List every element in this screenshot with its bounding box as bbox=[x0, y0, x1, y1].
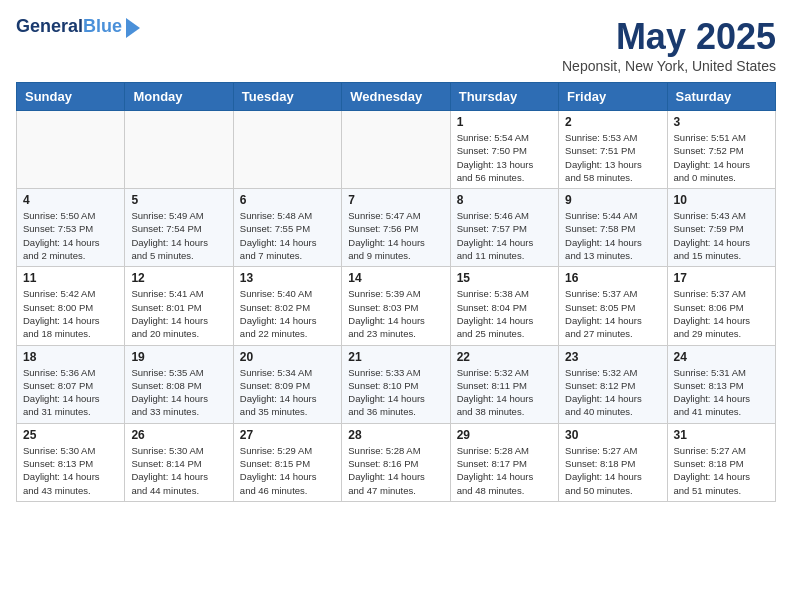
weekday-header-thursday: Thursday bbox=[450, 83, 558, 111]
calendar-table: SundayMondayTuesdayWednesdayThursdayFrid… bbox=[16, 82, 776, 502]
calendar-cell: 20Sunrise: 5:34 AM Sunset: 8:09 PM Dayli… bbox=[233, 345, 341, 423]
calendar-cell: 8Sunrise: 5:46 AM Sunset: 7:57 PM Daylig… bbox=[450, 189, 558, 267]
calendar-cell: 14Sunrise: 5:39 AM Sunset: 8:03 PM Dayli… bbox=[342, 267, 450, 345]
weekday-header-tuesday: Tuesday bbox=[233, 83, 341, 111]
day-number: 6 bbox=[240, 193, 335, 207]
calendar-cell: 27Sunrise: 5:29 AM Sunset: 8:15 PM Dayli… bbox=[233, 423, 341, 501]
weekday-header-wednesday: Wednesday bbox=[342, 83, 450, 111]
calendar-cell: 7Sunrise: 5:47 AM Sunset: 7:56 PM Daylig… bbox=[342, 189, 450, 267]
week-row-5: 25Sunrise: 5:30 AM Sunset: 8:13 PM Dayli… bbox=[17, 423, 776, 501]
day-number: 13 bbox=[240, 271, 335, 285]
day-number: 11 bbox=[23, 271, 118, 285]
week-row-1: 1Sunrise: 5:54 AM Sunset: 7:50 PM Daylig… bbox=[17, 111, 776, 189]
weekday-header-sunday: Sunday bbox=[17, 83, 125, 111]
day-info: Sunrise: 5:39 AM Sunset: 8:03 PM Dayligh… bbox=[348, 287, 443, 340]
calendar-cell bbox=[342, 111, 450, 189]
day-number: 12 bbox=[131, 271, 226, 285]
day-info: Sunrise: 5:29 AM Sunset: 8:15 PM Dayligh… bbox=[240, 444, 335, 497]
week-row-4: 18Sunrise: 5:36 AM Sunset: 8:07 PM Dayli… bbox=[17, 345, 776, 423]
calendar-cell: 4Sunrise: 5:50 AM Sunset: 7:53 PM Daylig… bbox=[17, 189, 125, 267]
day-info: Sunrise: 5:48 AM Sunset: 7:55 PM Dayligh… bbox=[240, 209, 335, 262]
day-info: Sunrise: 5:44 AM Sunset: 7:58 PM Dayligh… bbox=[565, 209, 660, 262]
day-number: 9 bbox=[565, 193, 660, 207]
logo-text: GeneralBlue bbox=[16, 17, 122, 37]
calendar-cell: 25Sunrise: 5:30 AM Sunset: 8:13 PM Dayli… bbox=[17, 423, 125, 501]
day-info: Sunrise: 5:33 AM Sunset: 8:10 PM Dayligh… bbox=[348, 366, 443, 419]
day-info: Sunrise: 5:42 AM Sunset: 8:00 PM Dayligh… bbox=[23, 287, 118, 340]
calendar-cell: 12Sunrise: 5:41 AM Sunset: 8:01 PM Dayli… bbox=[125, 267, 233, 345]
calendar-cell: 21Sunrise: 5:33 AM Sunset: 8:10 PM Dayli… bbox=[342, 345, 450, 423]
day-info: Sunrise: 5:28 AM Sunset: 8:17 PM Dayligh… bbox=[457, 444, 552, 497]
calendar-cell: 15Sunrise: 5:38 AM Sunset: 8:04 PM Dayli… bbox=[450, 267, 558, 345]
day-info: Sunrise: 5:37 AM Sunset: 8:05 PM Dayligh… bbox=[565, 287, 660, 340]
day-info: Sunrise: 5:40 AM Sunset: 8:02 PM Dayligh… bbox=[240, 287, 335, 340]
day-number: 31 bbox=[674, 428, 769, 442]
calendar-cell: 26Sunrise: 5:30 AM Sunset: 8:14 PM Dayli… bbox=[125, 423, 233, 501]
day-number: 23 bbox=[565, 350, 660, 364]
day-number: 26 bbox=[131, 428, 226, 442]
calendar-cell: 23Sunrise: 5:32 AM Sunset: 8:12 PM Dayli… bbox=[559, 345, 667, 423]
day-number: 28 bbox=[348, 428, 443, 442]
calendar-cell: 17Sunrise: 5:37 AM Sunset: 8:06 PM Dayli… bbox=[667, 267, 775, 345]
calendar-cell: 9Sunrise: 5:44 AM Sunset: 7:58 PM Daylig… bbox=[559, 189, 667, 267]
day-number: 27 bbox=[240, 428, 335, 442]
day-number: 19 bbox=[131, 350, 226, 364]
logo: GeneralBlue bbox=[16, 16, 140, 38]
month-title: May 2025 bbox=[562, 16, 776, 58]
calendar-cell: 29Sunrise: 5:28 AM Sunset: 8:17 PM Dayli… bbox=[450, 423, 558, 501]
day-number: 25 bbox=[23, 428, 118, 442]
day-number: 4 bbox=[23, 193, 118, 207]
calendar-cell: 11Sunrise: 5:42 AM Sunset: 8:00 PM Dayli… bbox=[17, 267, 125, 345]
calendar-cell: 1Sunrise: 5:54 AM Sunset: 7:50 PM Daylig… bbox=[450, 111, 558, 189]
day-info: Sunrise: 5:35 AM Sunset: 8:08 PM Dayligh… bbox=[131, 366, 226, 419]
calendar-cell bbox=[233, 111, 341, 189]
calendar-cell: 2Sunrise: 5:53 AM Sunset: 7:51 PM Daylig… bbox=[559, 111, 667, 189]
day-number: 30 bbox=[565, 428, 660, 442]
day-info: Sunrise: 5:43 AM Sunset: 7:59 PM Dayligh… bbox=[674, 209, 769, 262]
calendar-cell: 18Sunrise: 5:36 AM Sunset: 8:07 PM Dayli… bbox=[17, 345, 125, 423]
day-info: Sunrise: 5:30 AM Sunset: 8:14 PM Dayligh… bbox=[131, 444, 226, 497]
day-info: Sunrise: 5:47 AM Sunset: 7:56 PM Dayligh… bbox=[348, 209, 443, 262]
calendar-cell bbox=[17, 111, 125, 189]
day-number: 3 bbox=[674, 115, 769, 129]
day-info: Sunrise: 5:34 AM Sunset: 8:09 PM Dayligh… bbox=[240, 366, 335, 419]
day-info: Sunrise: 5:54 AM Sunset: 7:50 PM Dayligh… bbox=[457, 131, 552, 184]
day-info: Sunrise: 5:27 AM Sunset: 8:18 PM Dayligh… bbox=[674, 444, 769, 497]
weekday-header-row: SundayMondayTuesdayWednesdayThursdayFrid… bbox=[17, 83, 776, 111]
calendar-cell: 13Sunrise: 5:40 AM Sunset: 8:02 PM Dayli… bbox=[233, 267, 341, 345]
day-info: Sunrise: 5:46 AM Sunset: 7:57 PM Dayligh… bbox=[457, 209, 552, 262]
day-info: Sunrise: 5:32 AM Sunset: 8:12 PM Dayligh… bbox=[565, 366, 660, 419]
title-block: May 2025 Neponsit, New York, United Stat… bbox=[562, 16, 776, 74]
weekday-header-saturday: Saturday bbox=[667, 83, 775, 111]
calendar-cell: 19Sunrise: 5:35 AM Sunset: 8:08 PM Dayli… bbox=[125, 345, 233, 423]
week-row-3: 11Sunrise: 5:42 AM Sunset: 8:00 PM Dayli… bbox=[17, 267, 776, 345]
day-info: Sunrise: 5:37 AM Sunset: 8:06 PM Dayligh… bbox=[674, 287, 769, 340]
calendar-cell: 3Sunrise: 5:51 AM Sunset: 7:52 PM Daylig… bbox=[667, 111, 775, 189]
calendar-cell: 24Sunrise: 5:31 AM Sunset: 8:13 PM Dayli… bbox=[667, 345, 775, 423]
calendar-cell: 16Sunrise: 5:37 AM Sunset: 8:05 PM Dayli… bbox=[559, 267, 667, 345]
day-info: Sunrise: 5:51 AM Sunset: 7:52 PM Dayligh… bbox=[674, 131, 769, 184]
calendar-cell: 6Sunrise: 5:48 AM Sunset: 7:55 PM Daylig… bbox=[233, 189, 341, 267]
day-info: Sunrise: 5:53 AM Sunset: 7:51 PM Dayligh… bbox=[565, 131, 660, 184]
day-number: 7 bbox=[348, 193, 443, 207]
day-number: 22 bbox=[457, 350, 552, 364]
day-info: Sunrise: 5:31 AM Sunset: 8:13 PM Dayligh… bbox=[674, 366, 769, 419]
day-number: 17 bbox=[674, 271, 769, 285]
week-row-2: 4Sunrise: 5:50 AM Sunset: 7:53 PM Daylig… bbox=[17, 189, 776, 267]
weekday-header-monday: Monday bbox=[125, 83, 233, 111]
day-info: Sunrise: 5:36 AM Sunset: 8:07 PM Dayligh… bbox=[23, 366, 118, 419]
day-number: 18 bbox=[23, 350, 118, 364]
day-number: 14 bbox=[348, 271, 443, 285]
calendar-cell: 30Sunrise: 5:27 AM Sunset: 8:18 PM Dayli… bbox=[559, 423, 667, 501]
day-number: 1 bbox=[457, 115, 552, 129]
calendar-cell bbox=[125, 111, 233, 189]
day-info: Sunrise: 5:32 AM Sunset: 8:11 PM Dayligh… bbox=[457, 366, 552, 419]
day-info: Sunrise: 5:49 AM Sunset: 7:54 PM Dayligh… bbox=[131, 209, 226, 262]
location-text: Neponsit, New York, United States bbox=[562, 58, 776, 74]
day-number: 24 bbox=[674, 350, 769, 364]
day-number: 29 bbox=[457, 428, 552, 442]
day-number: 21 bbox=[348, 350, 443, 364]
calendar-cell: 31Sunrise: 5:27 AM Sunset: 8:18 PM Dayli… bbox=[667, 423, 775, 501]
day-number: 20 bbox=[240, 350, 335, 364]
calendar-cell: 5Sunrise: 5:49 AM Sunset: 7:54 PM Daylig… bbox=[125, 189, 233, 267]
